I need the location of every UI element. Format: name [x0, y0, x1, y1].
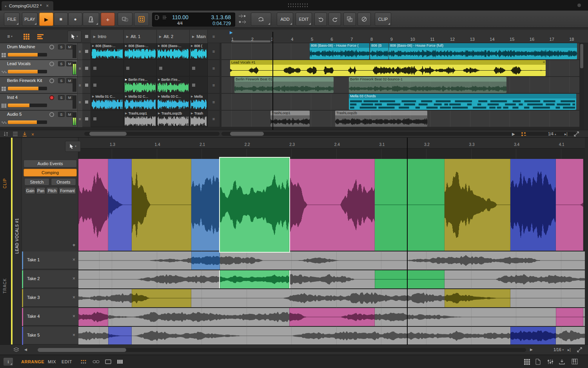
time-value[interactable]: 0:04.729	[212, 21, 231, 26]
scroll-right-icon[interactable]: ▶	[530, 348, 533, 352]
tempo-value[interactable]: 110.00	[172, 14, 189, 20]
edit-menu-button[interactable]: EDIT	[296, 13, 312, 26]
jump-to-playhead-icon[interactable]: ▸|	[568, 348, 571, 352]
track-header[interactable]: Lead VocalsSM≡	[0, 60, 82, 77]
volume-fader[interactable]	[8, 70, 47, 73]
solo-button[interactable]: S	[58, 78, 65, 83]
clip-slot[interactable]	[91, 77, 124, 93]
take-highlight[interactable]	[108, 327, 132, 345]
scene-header[interactable]: ▶Alt. 2	[157, 30, 190, 43]
play-button[interactable]: ▶	[39, 13, 53, 26]
arranger-clip[interactable]: 808 (Bass-08) - House Force (	[310, 43, 369, 59]
project-tab[interactable]: ▸ CompingGUI22 * ×	[2, 1, 53, 11]
track-header[interactable]: Drum MachineSM≡	[0, 43, 82, 60]
clip-play-icon[interactable]: ▶	[191, 95, 193, 98]
take-label-row[interactable]: Take 2×	[22, 270, 78, 288]
scene-play-icon[interactable]: ▶	[126, 35, 129, 38]
stretch-button[interactable]: Stretch	[24, 178, 49, 186]
clip-stop-cell[interactable]	[82, 111, 91, 127]
clip-play-icon[interactable]: ▶	[158, 112, 160, 115]
record-arm-button[interactable]	[49, 95, 54, 100]
arranger-clip[interactable]: 808 (Bass-08) - House Force (full)	[389, 43, 577, 59]
take-highlight[interactable]	[445, 289, 510, 307]
position-value[interactable]: 3.1.3.68	[211, 14, 231, 20]
jump-to-playhead-icon[interactable]: ▸|	[564, 132, 568, 136]
clip-slot[interactable]: ▶808 (Bass-...	[124, 43, 157, 60]
play-start-marker[interactable]: ▶	[230, 30, 233, 35]
arranger-zoom-control[interactable]: 1/4▴	[548, 132, 556, 136]
arranger-playhead[interactable]	[272, 32, 273, 130]
undo-button[interactable]	[314, 13, 327, 26]
comp-segment[interactable]	[375, 159, 445, 251]
punch-in-icon[interactable]	[238, 14, 246, 18]
launcher-overview-icon[interactable]	[521, 131, 526, 137]
clip-menu-icon[interactable]: ≡	[543, 60, 545, 64]
take-label-row[interactable]: Take 3×	[22, 289, 78, 307]
comp-segment[interactable]	[556, 159, 583, 251]
play-menu-button[interactable]: PLAY	[22, 13, 38, 26]
arranger-clip[interactable]: Berlin Firework Beat 02-bounce-1	[349, 77, 506, 93]
track-scene-menu[interactable]: ≡	[208, 94, 220, 110]
scene-play-icon[interactable]: ▶	[93, 35, 96, 38]
clip-slot[interactable]	[190, 60, 208, 77]
sort-tracks-icon[interactable]	[3, 131, 9, 137]
mute-button[interactable]: M	[66, 78, 73, 83]
expand-view-icon[interactable]	[577, 347, 582, 352]
insert-button[interactable]: +	[101, 13, 115, 26]
clip-slot[interactable]: ▶808 (Bass-...	[91, 43, 124, 60]
monitor-button[interactable]	[49, 62, 54, 66]
editor-scrollbar[interactable]	[38, 348, 526, 352]
arranger-lane[interactable]: Mella 03 Chords	[221, 94, 579, 110]
solo-button[interactable]: S	[58, 61, 65, 66]
arranger-clip[interactable]: Mella 03 Chords	[349, 94, 576, 110]
comp-segment[interactable]	[132, 159, 191, 251]
follow-playhead-icon[interactable]	[22, 131, 27, 137]
clip-play-icon[interactable]: ▶	[158, 44, 160, 47]
solo-button[interactable]: S	[58, 95, 65, 100]
arranger-view-toggle[interactable]	[34, 31, 46, 42]
file-menu-button[interactable]: FILE	[4, 13, 20, 26]
track-scene-menu[interactable]: ≡	[208, 77, 220, 93]
clip-slot[interactable]	[157, 60, 190, 77]
mute-button[interactable]: M	[66, 95, 73, 100]
comp-segment[interactable]	[108, 159, 132, 251]
track-menu-button[interactable]: ≡	[77, 43, 82, 60]
track-header[interactable]: Inst 4SM≡	[0, 94, 82, 110]
clip-play-icon[interactable]: ▶	[125, 112, 127, 115]
volume-fader[interactable]	[8, 104, 47, 107]
clip-launcher-overdub-button[interactable]	[134, 13, 149, 26]
monitor-button[interactable]	[49, 78, 54, 83]
comp-segment[interactable]	[78, 159, 108, 251]
scene-play-icon[interactable]: ▶	[192, 35, 194, 38]
clip-stop-cell[interactable]	[82, 77, 91, 93]
clip-play-icon[interactable]: ▶	[158, 78, 160, 81]
track-scene-menu[interactable]: ≡	[208, 43, 220, 60]
comp-segment[interactable]	[445, 159, 510, 251]
track-menu-button[interactable]: ≡	[77, 60, 82, 77]
redo-button[interactable]	[328, 13, 341, 26]
comping-button[interactable]: Comping	[24, 169, 77, 177]
delete-button[interactable]	[358, 13, 371, 26]
take-highlight[interactable]	[289, 308, 375, 326]
editor-scrollbar-thumb[interactable]	[38, 348, 126, 352]
pan-button[interactable]: Pan	[36, 187, 45, 194]
editor-ruler[interactable]: 1.31.42.12.22.32.43.13.23.33.44.1	[78, 138, 585, 149]
volume-fader[interactable]	[8, 120, 47, 124]
browser-grid-icon[interactable]	[524, 359, 530, 365]
clip-stop-cell[interactable]	[82, 60, 91, 77]
arranger-scrollbar-thumb[interactable]	[230, 132, 264, 136]
mixer-icon[interactable]	[547, 359, 554, 364]
arranger-clip[interactable]: TrashLoop2b	[335, 111, 427, 127]
scrollbar-thumb[interactable]	[580, 44, 583, 68]
volume-fader[interactable]	[8, 53, 47, 56]
take-label-row[interactable]: Take 4×	[22, 308, 78, 326]
clip-slot[interactable]: ▶Mella 03 C...	[157, 94, 190, 110]
take-highlight[interactable]	[220, 270, 289, 288]
scroll-left-icon[interactable]: ◀	[24, 348, 27, 352]
single-window-icon[interactable]	[105, 359, 111, 364]
scene-play-icon[interactable]: ▶	[159, 35, 162, 38]
scene-header[interactable]: ▶Intro	[91, 30, 124, 43]
scene-header[interactable]: ▶Main	[190, 30, 208, 43]
clip-slot[interactable]: ▶Berlin Fire...	[124, 77, 157, 93]
arranger-clip[interactable]: Lead Vocals #1≡	[230, 60, 546, 76]
